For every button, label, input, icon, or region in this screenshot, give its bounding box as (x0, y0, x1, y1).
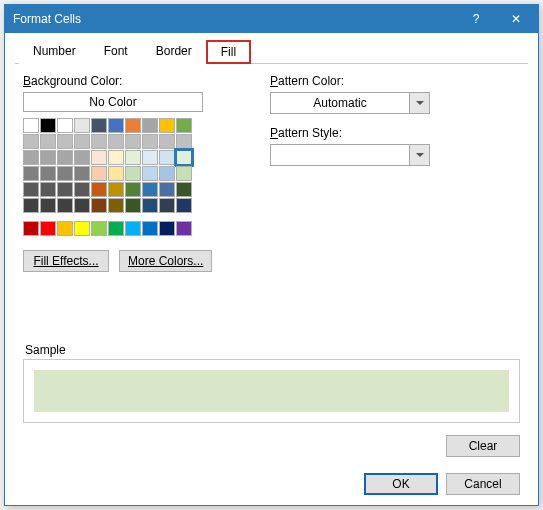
color-swatch[interactable] (159, 118, 175, 133)
dialog-buttons: OK Cancel (23, 473, 520, 495)
fill-effects-button[interactable]: Fill Effects... (23, 250, 109, 272)
clear-button[interactable]: Clear (446, 435, 520, 457)
palette-row (23, 118, 228, 133)
color-swatch[interactable] (91, 166, 107, 181)
color-swatch[interactable] (74, 118, 90, 133)
color-swatch[interactable] (40, 118, 56, 133)
color-swatch[interactable] (142, 221, 158, 236)
sample-area: Sample Clear (23, 343, 520, 457)
color-swatch[interactable] (159, 221, 175, 236)
color-swatch[interactable] (125, 118, 141, 133)
color-swatch[interactable] (125, 198, 141, 213)
color-swatch[interactable] (40, 150, 56, 165)
color-swatch[interactable] (74, 166, 90, 181)
color-swatch[interactable] (74, 221, 90, 236)
color-swatch[interactable] (142, 134, 158, 149)
help-button[interactable]: ? (456, 6, 496, 32)
color-swatch[interactable] (176, 221, 192, 236)
color-swatch[interactable] (57, 198, 73, 213)
color-swatch[interactable] (176, 166, 192, 181)
color-swatch[interactable] (108, 118, 124, 133)
color-swatch[interactable] (23, 150, 39, 165)
color-swatch[interactable] (142, 118, 158, 133)
color-swatch[interactable] (176, 198, 192, 213)
palette-row (23, 150, 228, 165)
color-swatch[interactable] (125, 166, 141, 181)
color-swatch[interactable] (74, 182, 90, 197)
tab-font[interactable]: Font (90, 40, 142, 64)
background-color-label: Background Color: (23, 74, 228, 88)
color-swatch[interactable] (40, 182, 56, 197)
color-swatch[interactable] (57, 221, 73, 236)
color-swatch[interactable] (91, 221, 107, 236)
color-swatch[interactable] (40, 166, 56, 181)
palette-row (23, 134, 228, 149)
pattern-style-label: Pattern Style: (270, 126, 520, 140)
color-swatch[interactable] (40, 198, 56, 213)
tab-number[interactable]: Number (19, 40, 90, 64)
color-swatch[interactable] (91, 198, 107, 213)
color-swatch[interactable] (125, 134, 141, 149)
pattern-color-combo[interactable]: Automatic (270, 92, 430, 114)
color-swatch[interactable] (74, 134, 90, 149)
palette-row (23, 198, 228, 213)
color-swatch[interactable] (91, 150, 107, 165)
color-swatch[interactable] (108, 198, 124, 213)
pattern-style-combo[interactable] (270, 144, 430, 166)
color-swatch[interactable] (23, 118, 39, 133)
color-swatch[interactable] (23, 182, 39, 197)
tab-fill[interactable]: Fill (206, 40, 251, 64)
color-swatch[interactable] (159, 198, 175, 213)
color-swatch[interactable] (142, 198, 158, 213)
color-swatch[interactable] (108, 150, 124, 165)
no-color-button[interactable]: No Color (23, 92, 203, 112)
color-swatch[interactable] (23, 166, 39, 181)
color-swatch[interactable] (176, 182, 192, 197)
color-swatch[interactable] (125, 150, 141, 165)
help-icon: ? (473, 12, 480, 26)
color-swatch[interactable] (74, 150, 90, 165)
color-swatch[interactable] (23, 221, 39, 236)
color-swatch[interactable] (176, 118, 192, 133)
color-swatch[interactable] (142, 166, 158, 181)
more-colors-button[interactable]: More Colors... (119, 250, 212, 272)
color-swatch[interactable] (91, 118, 107, 133)
cancel-button[interactable]: Cancel (446, 473, 520, 495)
color-swatch[interactable] (40, 221, 56, 236)
color-swatch[interactable] (108, 221, 124, 236)
format-cells-dialog: Format Cells ? ✕ Number Font Border Fill… (4, 4, 539, 506)
color-swatch[interactable] (176, 134, 192, 149)
palette-buttons: Fill Effects... More Colors... (23, 250, 228, 272)
color-swatch[interactable] (108, 182, 124, 197)
columns: Background Color: No Color Fill Effects.… (23, 74, 520, 272)
color-swatch[interactable] (57, 118, 73, 133)
color-swatch[interactable] (23, 198, 39, 213)
sample-frame (23, 359, 520, 423)
color-swatch[interactable] (142, 150, 158, 165)
color-swatch[interactable] (159, 182, 175, 197)
color-swatch[interactable] (40, 134, 56, 149)
color-swatch[interactable] (159, 134, 175, 149)
color-swatch[interactable] (74, 198, 90, 213)
color-swatch[interactable] (125, 221, 141, 236)
color-swatch[interactable] (125, 182, 141, 197)
color-swatch[interactable] (57, 166, 73, 181)
pattern-color-value: Automatic (271, 93, 409, 113)
color-swatch[interactable] (142, 182, 158, 197)
color-swatch[interactable] (91, 182, 107, 197)
color-swatch[interactable] (159, 166, 175, 181)
color-swatch[interactable] (57, 182, 73, 197)
color-swatch[interactable] (108, 166, 124, 181)
color-swatch[interactable] (108, 134, 124, 149)
pattern-color-label: Pattern Color: (270, 74, 520, 88)
palette-row (23, 182, 228, 197)
color-swatch[interactable] (159, 150, 175, 165)
ok-button[interactable]: OK (364, 473, 438, 495)
color-swatch[interactable] (57, 150, 73, 165)
color-swatch[interactable] (23, 134, 39, 149)
color-swatch[interactable] (91, 134, 107, 149)
tab-border[interactable]: Border (142, 40, 206, 64)
color-swatch[interactable] (57, 134, 73, 149)
color-swatch[interactable] (176, 150, 192, 165)
close-button[interactable]: ✕ (496, 6, 536, 32)
